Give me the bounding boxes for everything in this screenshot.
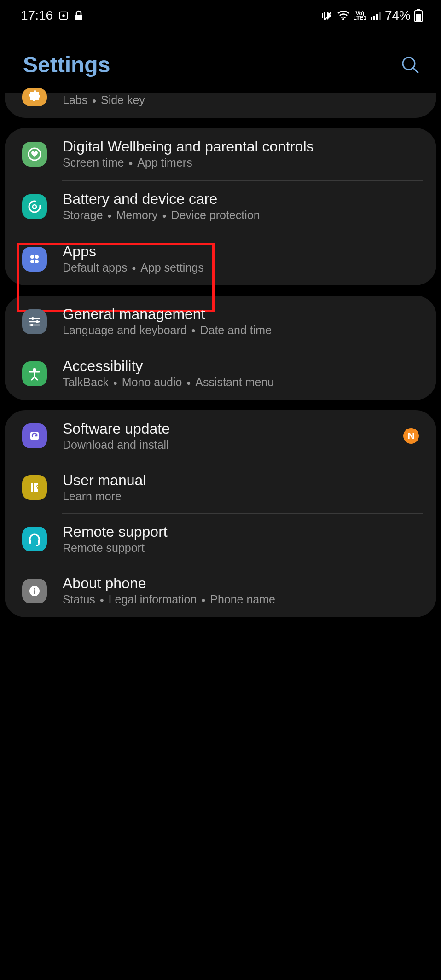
row-subtitle: Language and keyboard•Date and time (63, 324, 423, 338)
row-title: About phone (63, 575, 423, 592)
row-subtitle: Learn more (63, 490, 423, 503)
svg-point-16 (33, 205, 36, 209)
row-text: General management Language and keyboard… (63, 306, 423, 338)
page-title: Settings (23, 52, 110, 77)
svg-rect-36 (34, 590, 35, 594)
row-subtitle: Default apps•App settings (63, 261, 423, 275)
headset-icon (22, 527, 47, 551)
person-icon (22, 361, 47, 386)
svg-line-13 (413, 68, 418, 73)
svg-rect-11 (416, 14, 421, 21)
row-text: Apps Default apps•App settings (63, 243, 423, 275)
sliders-icon (22, 309, 47, 334)
book-icon: ? (22, 475, 47, 500)
status-bar: 17:16 Vo)LTE1 74% (0, 0, 441, 31)
svg-rect-33 (38, 540, 40, 544)
battery-icon (414, 9, 423, 22)
status-left: 17:16 (21, 8, 83, 23)
settings-row-about[interactable]: About phone Status•Legal information•Pho… (5, 565, 436, 617)
row-text: Labs•Side key (63, 93, 423, 108)
svg-text:?: ? (36, 484, 39, 491)
svg-point-15 (29, 201, 40, 212)
svg-rect-32 (29, 540, 31, 544)
settings-row-battery[interactable]: Battery and device care Storage•Memory•D… (5, 180, 436, 233)
settings-group: Digital Wellbeing and parental controls … (5, 128, 436, 285)
media-icon (58, 11, 69, 21)
wifi-icon (337, 11, 350, 21)
row-subtitle: Download and install (63, 438, 403, 452)
dots4-icon (22, 247, 47, 272)
search-button[interactable] (400, 55, 420, 75)
settings-row-wellbeing[interactable]: Digital Wellbeing and parental controls … (5, 128, 436, 180)
settings-row-accessibility[interactable]: Accessibility TalkBack•Mono audio•Assist… (5, 348, 436, 400)
row-title: Digital Wellbeing and parental controls (63, 138, 423, 155)
row-title: Apps (63, 243, 423, 260)
clock-text: 17:16 (21, 8, 53, 23)
svg-rect-5 (371, 17, 372, 20)
row-subtitle: Remote support (63, 541, 423, 555)
svg-point-22 (31, 317, 34, 320)
row-title: Software update (63, 420, 403, 437)
row-subtitle: Screen time•App timers (63, 156, 423, 170)
row-text: Accessibility TalkBack•Mono audio•Assist… (63, 358, 423, 390)
row-text: Software update Download and install (63, 420, 403, 452)
settings-row-advanced[interactable]: Labs•Side key (5, 93, 436, 118)
update-icon (22, 423, 47, 448)
settings-row-apps[interactable]: Apps Default apps•App settings (5, 233, 436, 285)
row-title: Battery and device care (63, 191, 423, 208)
svg-point-35 (34, 588, 35, 590)
row-text: About phone Status•Legal information•Pho… (63, 575, 423, 607)
row-title: User manual (63, 472, 423, 489)
row-text: Battery and device care Storage•Memory•D… (63, 191, 423, 223)
svg-rect-7 (376, 14, 378, 20)
lock-icon (74, 10, 83, 21)
search-icon (400, 55, 420, 75)
settings-row-general[interactable]: General management Language and keyboard… (5, 296, 436, 348)
signal-icon (370, 11, 381, 21)
row-text: Remote support Remote support (63, 523, 423, 555)
vibrate-icon (321, 10, 333, 21)
refresh-ring-icon (22, 194, 47, 219)
svg-rect-8 (379, 12, 381, 20)
row-text: Digital Wellbeing and parental controls … (63, 138, 423, 170)
settings-group: General management Language and keyboard… (5, 296, 436, 400)
volte-icon: Vo)LTE1 (354, 11, 366, 20)
puzzle-icon (22, 88, 47, 106)
status-right: Vo)LTE1 74% (321, 8, 423, 23)
svg-point-24 (36, 320, 39, 323)
svg-point-20 (35, 260, 39, 263)
svg-point-18 (35, 255, 39, 259)
svg-point-27 (33, 368, 36, 371)
settings-group: Software update Download and install N ?… (5, 410, 436, 617)
settings-group: Labs•Side key (5, 93, 436, 118)
svg-point-1 (62, 14, 65, 17)
svg-point-26 (30, 324, 33, 326)
svg-rect-2 (75, 15, 82, 20)
svg-point-17 (30, 255, 34, 259)
row-title: Remote support (63, 523, 423, 540)
battery-text: 74% (385, 8, 411, 23)
svg-rect-6 (373, 16, 375, 20)
notification-badge: N (403, 428, 419, 444)
row-subtitle: Status•Legal information•Phone name (63, 593, 423, 607)
settings-row-software[interactable]: Software update Download and install N (5, 410, 436, 462)
row-subtitle: Storage•Memory•Device protection (63, 209, 423, 223)
svg-rect-30 (33, 483, 34, 492)
row-subtitle: TalkBack•Mono audio•Assistant menu (63, 376, 423, 390)
svg-point-4 (342, 18, 344, 20)
settings-header: Settings (0, 31, 441, 89)
row-title: Accessibility (63, 358, 423, 375)
row-subtitle: Labs•Side key (63, 93, 423, 108)
svg-point-19 (30, 260, 34, 263)
heart-ring-icon (22, 142, 47, 167)
row-text: User manual Learn more (63, 472, 423, 503)
settings-row-remote[interactable]: Remote support Remote support (5, 513, 436, 565)
info-icon (22, 579, 47, 603)
settings-row-manual[interactable]: ? User manual Learn more (5, 462, 436, 513)
row-title: General management (63, 306, 423, 323)
